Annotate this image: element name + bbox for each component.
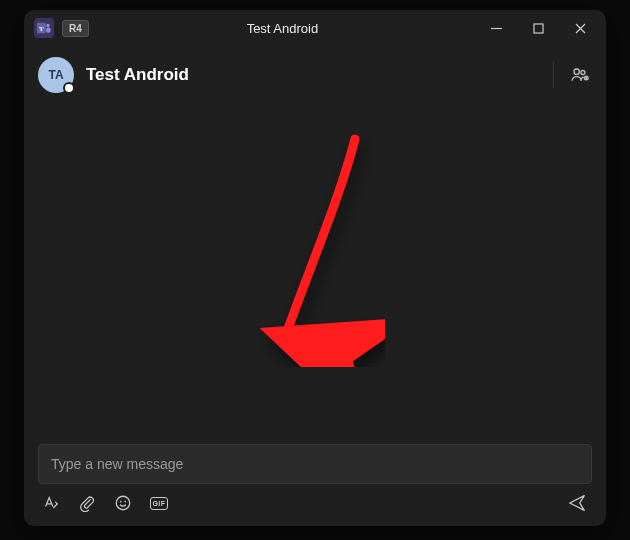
gif-label: GIF (150, 497, 168, 510)
chat-title[interactable]: Test Android (86, 65, 553, 85)
window-controls (476, 14, 600, 42)
send-button[interactable] (566, 492, 588, 514)
message-input-placeholder: Type a new message (51, 456, 183, 472)
annotation-arrow-icon (245, 127, 385, 367)
minimize-button[interactable] (476, 14, 516, 42)
compose-area: Type a new message GIF (24, 444, 606, 526)
gif-icon[interactable]: GIF (150, 494, 168, 512)
svg-rect-3 (46, 28, 50, 33)
build-badge: R4 (62, 20, 89, 37)
add-people-icon[interactable] (568, 63, 592, 87)
teams-app-icon: T (34, 18, 54, 38)
attach-icon[interactable] (78, 494, 96, 512)
vertical-separator (553, 62, 554, 88)
svg-point-9 (581, 71, 585, 75)
messages-area (24, 104, 606, 444)
close-button[interactable] (560, 14, 600, 42)
svg-point-14 (116, 496, 130, 510)
svg-point-16 (124, 501, 126, 503)
svg-rect-5 (534, 24, 543, 33)
maximize-button[interactable] (518, 14, 558, 42)
svg-text:T: T (39, 25, 44, 33)
titlebar: T R4 Test Android (24, 10, 606, 46)
compose-toolbar: GIF (38, 484, 592, 514)
svg-point-2 (46, 24, 50, 28)
chat-window: T R4 Test Android TA Test Android (24, 10, 606, 526)
presence-indicator-offline (63, 82, 75, 94)
svg-point-8 (574, 69, 579, 74)
message-input[interactable]: Type a new message (38, 444, 592, 484)
svg-point-15 (120, 501, 122, 503)
chat-header: TA Test Android (24, 46, 606, 104)
header-actions (553, 62, 592, 88)
window-title: Test Android (89, 21, 476, 36)
emoji-icon[interactable] (114, 494, 132, 512)
format-icon[interactable] (42, 494, 60, 512)
avatar[interactable]: TA (38, 57, 74, 93)
